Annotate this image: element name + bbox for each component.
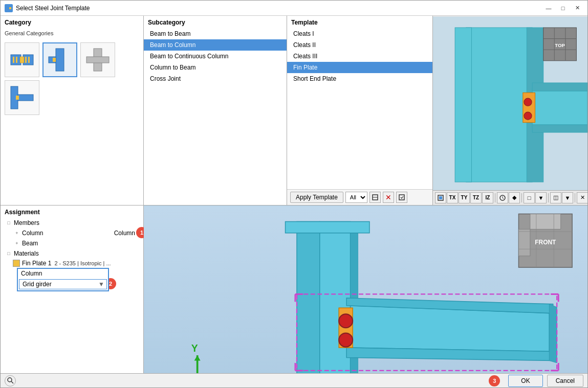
svg-marker-45	[351, 306, 550, 352]
svg-point-59	[339, 314, 353, 328]
materials-expand-icon[interactable]: □	[5, 249, 13, 258]
subcategory-item-column-to-beam[interactable]: Column to Beam	[144, 62, 287, 73]
template-toolbar-btn-1[interactable]	[369, 192, 381, 203]
svg-rect-19	[399, 195, 404, 200]
template-item-fin-plate[interactable]: Fin Plate	[287, 62, 432, 73]
subcategory-item-beam-to-beam[interactable]: Beam to Beam	[144, 28, 287, 39]
svg-marker-44	[286, 221, 369, 233]
top-section: Category General Categories	[1, 16, 587, 206]
category-icon-1[interactable]	[5, 42, 39, 77]
template-toolbar-btn-3[interactable]	[396, 192, 407, 203]
view-btn-1[interactable]	[435, 192, 446, 203]
fin-plate-material-item[interactable]: Fin Plate 1 2 - S235 | Isotropic | ...	[1, 259, 143, 268]
beam-dropdown-wrapper: Column Grid girder ▼ 2	[17, 268, 109, 291]
fin-plate-material-label: Fin Plate 1	[22, 260, 51, 267]
beam-expand-icon[interactable]: +	[13, 239, 21, 247]
separator-2	[521, 193, 522, 202]
title-bar: Select Steel Joint Template — □ ✕	[1, 1, 587, 16]
subcategory-item-cross-joint[interactable]: Cross Joint	[144, 73, 287, 84]
svg-rect-13	[86, 57, 109, 63]
view-btn-4[interactable]: TZ	[470, 192, 482, 203]
beam-dropdown-col-option[interactable]: Column	[18, 269, 108, 278]
view-btn-9[interactable]: ◫	[550, 192, 561, 203]
svg-rect-3	[13, 57, 14, 63]
close-button[interactable]: ✕	[571, 4, 583, 13]
category-icon-2[interactable]	[42, 42, 77, 77]
main-window: Select Steel Joint Template — □ ✕ Catego…	[0, 0, 588, 388]
svg-marker-71	[530, 214, 561, 229]
template-item-cleats-iii[interactable]: Cleats III	[287, 51, 432, 62]
category-icon-4[interactable]	[5, 80, 39, 115]
svg-marker-42	[320, 221, 351, 373]
template-item-short-end-plate[interactable]: Short End Plate	[287, 73, 432, 84]
general-categories-label: General Categories	[1, 28, 143, 38]
svg-marker-25	[532, 83, 587, 91]
members-expand-icon[interactable]: □	[5, 219, 13, 227]
view-dropdown-2: ▼	[562, 192, 573, 203]
svg-marker-72	[518, 229, 530, 256]
material-color-swatch	[13, 260, 20, 267]
svg-marker-48	[549, 304, 557, 363]
window-controls: — □ ✕	[542, 4, 583, 13]
search-status-btn[interactable]	[5, 375, 16, 386]
template-filter-dropdown[interactable]: All	[345, 192, 367, 203]
column-tree-item[interactable]: + Column Column 1	[1, 228, 143, 238]
subcategory-item-beam-to-continuous-column[interactable]: Beam to Continuous Column	[144, 51, 287, 62]
svg-rect-37	[439, 196, 442, 199]
svg-marker-22	[455, 28, 471, 182]
column-label: Column	[22, 230, 43, 237]
maximize-button[interactable]: □	[557, 4, 569, 13]
beam-selected-value: Grid girder	[19, 280, 96, 289]
subcategory-list: Beam to Beam Beam to Column Beam to Cont…	[144, 28, 287, 84]
subcategory-item-beam-to-column[interactable]: Beam to Column	[144, 39, 287, 51]
template-toolbar-btn-2[interactable]: ✕	[383, 192, 394, 203]
minimize-button[interactable]: —	[542, 4, 555, 13]
template-header: Template	[287, 16, 432, 28]
svg-text:Y: Y	[191, 342, 198, 353]
view-btn-5[interactable]: IZ	[482, 192, 493, 203]
top-preview-toolbar: TX TY TZ IZ ◆ □ ▼	[433, 190, 587, 205]
view-dropdown-btn-2[interactable]: ▼	[562, 192, 573, 203]
template-item-cleats-i[interactable]: Cleats I	[287, 28, 432, 39]
category-header: Category	[1, 16, 143, 28]
svg-rect-16	[16, 96, 19, 100]
template-item-cleats-ii[interactable]: Cleats II	[287, 39, 432, 51]
svg-rect-6	[25, 57, 27, 63]
svg-rect-1	[9, 7, 11, 9]
apply-template-button[interactable]: Apply Template	[290, 192, 343, 203]
svg-marker-21	[466, 28, 532, 182]
status-bar: 3 OK Cancel	[1, 373, 587, 387]
members-label: Members	[14, 219, 39, 226]
app-icon	[5, 4, 13, 12]
cancel-button[interactable]: Cancel	[547, 375, 583, 387]
top-preview-svg: TOP	[433, 16, 587, 205]
view-btn-2[interactable]: TX	[447, 192, 458, 203]
svg-point-29	[524, 112, 532, 120]
materials-tree: □ Materials Fin Plate 1 2 - S235 | Isotr…	[1, 248, 143, 268]
view-btn-10[interactable]: ✕	[577, 192, 587, 203]
materials-label: Materials	[14, 250, 39, 257]
top-preview-panel: TOP TX TY TZ	[433, 16, 587, 205]
ok-button[interactable]: OK	[508, 375, 542, 387]
svg-rect-9	[56, 49, 64, 71]
column-expand-icon[interactable]: +	[13, 229, 21, 237]
ok-badge: 3	[489, 375, 500, 386]
svg-line-84	[11, 381, 13, 383]
view-btn-3[interactable]: TY	[459, 192, 470, 203]
main-3d-viewport: X Y Z	[144, 206, 587, 373]
category-icon-3[interactable]	[80, 42, 115, 77]
column-value: Column	[114, 230, 135, 237]
view-dropdown-btn-1[interactable]: ▼	[535, 192, 547, 203]
beam-dropdown-arrow[interactable]: ▼	[96, 281, 106, 288]
viewport-canvas: X Y Z	[144, 206, 587, 373]
svg-rect-8	[20, 57, 24, 63]
view-btn-8[interactable]: □	[524, 192, 535, 203]
svg-point-83	[8, 378, 12, 382]
separator-3	[548, 193, 549, 202]
beam-label: Beam	[22, 240, 38, 247]
view-btn-7[interactable]: ◆	[509, 192, 520, 203]
view-btn-6[interactable]	[497, 192, 508, 203]
main-3d-svg: X Y Z	[144, 206, 587, 373]
beam-tree-item[interactable]: + Beam	[1, 238, 143, 248]
template-list: Cleats I Cleats II Cleats III Fin Plate …	[287, 28, 432, 189]
